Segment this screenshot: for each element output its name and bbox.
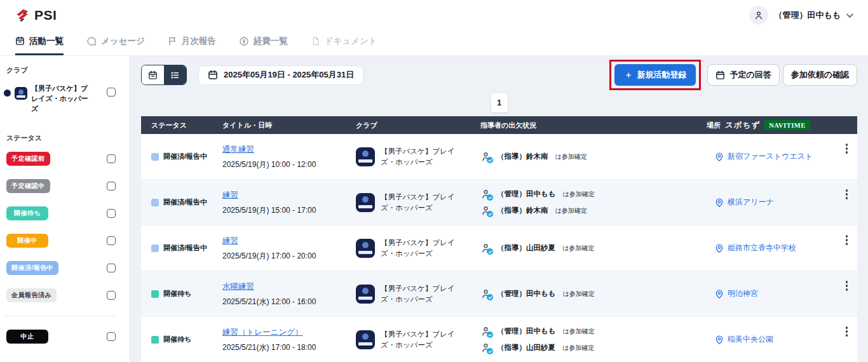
status-checkbox[interactable]	[107, 236, 116, 245]
psi-logo-icon	[15, 8, 29, 22]
activity-title-link[interactable]: 水曜練習	[222, 281, 254, 292]
status-section-title: ステータス	[6, 133, 116, 143]
activity-datetime: 2025/5/19(月) 15:00 - 17:00	[222, 205, 356, 216]
main-nav: 活動一覧 メッセージ 月次報告 経費一覧 ドキュメント	[0, 30, 868, 55]
person-check-icon	[480, 342, 491, 353]
club-logo	[356, 147, 375, 166]
filter-sidebar: クラブ 【男子バスケ】ブレイズ・ホッパーズ ステータス 予定確認前 予定確認中 …	[0, 56, 130, 362]
status-checkbox[interactable]	[107, 332, 116, 341]
status-checkbox[interactable]	[107, 291, 116, 300]
location-link[interactable]: 横浜アリーナ	[728, 197, 774, 208]
tab-monthly-report[interactable]: 月次報告	[168, 30, 216, 55]
location-pin-icon	[714, 198, 724, 208]
activity-row: 開催待ち 水曜練習 2025/5/21(水) 12:00 - 16:00 【男子…	[141, 271, 857, 317]
status-badge: 予定確認中	[6, 179, 50, 193]
tab-expense-list[interactable]: 経費一覧	[239, 30, 288, 55]
schedule-reply-button[interactable]: 予定の回答	[707, 64, 779, 86]
plus-icon: ＋	[624, 69, 632, 81]
list-icon	[170, 70, 180, 80]
activity-title-link[interactable]: 練習	[222, 236, 238, 246]
tab-activity-list[interactable]: 活動一覧	[15, 30, 64, 55]
row-club-cell: 【男子バスケ】ブレイズ・ホッパーズ	[356, 329, 480, 350]
activity-title-link[interactable]: 練習（トレーニング）	[222, 327, 302, 338]
club-name: 【男子バスケ】ブレイズ・ホッパーズ	[31, 84, 93, 114]
status-filter-item[interactable]: 開催中	[6, 234, 116, 248]
instructor-row: （管理）田中もも は参加確定	[480, 189, 666, 199]
row-instructors-cell: （指導）山田紗夏 は参加確定	[480, 243, 666, 253]
location-link[interactable]: 明治神宮	[728, 288, 758, 299]
status-checkbox[interactable]	[107, 209, 116, 218]
status-color-square	[151, 245, 159, 252]
row-menu-button[interactable]	[844, 187, 850, 201]
location-link[interactable]: 稲美中央公園	[728, 334, 773, 345]
app-logo: PSI	[15, 8, 57, 23]
top-header: PSI （管理）田中もも 活動一覧 メッセージ	[0, 0, 868, 56]
club-name: 【男子バスケ】ブレイズ・ホッパーズ	[381, 283, 469, 304]
status-checkbox[interactable]	[107, 154, 116, 163]
row-menu-button[interactable]	[844, 325, 850, 339]
activity-row: 開催済/報告中 練習 2025/5/19(月) 15:00 - 17:00 【男…	[141, 180, 857, 225]
activity-row: 開催済/報告中 練習 2025/5/19(月) 17:00 - 20:00 【男…	[141, 225, 857, 271]
status-filter-item[interactable]: 中止	[6, 330, 116, 344]
tab-messages[interactable]: メッセージ	[86, 30, 145, 55]
club-color-dot	[4, 90, 11, 97]
club-filter-item[interactable]: 【男子バスケ】ブレイズ・ホッパーズ	[6, 84, 116, 114]
status-checkbox[interactable]	[107, 182, 116, 191]
instructor-status: は参加確定	[555, 152, 587, 161]
check-icon	[487, 332, 493, 338]
instructor-status: は参加確定	[563, 290, 595, 298]
status-badge: 開催待ち	[6, 206, 48, 220]
club-name: 【男子バスケ】ブレイズ・ホッパーズ	[381, 329, 469, 350]
club-name: 【男子バスケ】ブレイズ・ホッパーズ	[381, 238, 469, 258]
instructor-status: は参加確定	[563, 190, 595, 199]
check-icon	[487, 294, 493, 300]
row-club-cell: 【男子バスケ】ブレイズ・ホッパーズ	[356, 192, 480, 213]
status-checkbox[interactable]	[107, 264, 116, 272]
date-range-value: 2025年05月19日 - 2025年05月31日	[224, 69, 354, 81]
flag-icon	[168, 36, 177, 46]
activity-title-link[interactable]: 通常練習	[222, 144, 254, 155]
tab-label: 月次報告	[182, 36, 216, 47]
instructor-row: （管理）田中もも は参加確定	[480, 288, 666, 299]
pagination-page-1[interactable]: 1	[491, 93, 508, 112]
status-badge: 中止	[6, 330, 48, 344]
club-name: 【男子バスケ】ブレイズ・ホッパーズ	[381, 192, 469, 213]
user-menu[interactable]: （管理）田中もも	[749, 6, 851, 25]
list-view-button[interactable]	[164, 65, 186, 84]
status-color-square	[151, 336, 159, 344]
app-title: PSI	[34, 8, 57, 23]
instructor-row: （指導）鈴木南 は参加確定	[480, 205, 666, 216]
check-icon	[487, 157, 493, 163]
instructor-row: （指導）山田紗夏 は参加確定	[480, 243, 666, 253]
calendar-view-button[interactable]	[142, 65, 164, 84]
status-filter-item[interactable]: 開催待ち	[6, 206, 116, 220]
date-range-picker[interactable]: 2025年05月19日 - 2025年05月31日	[198, 65, 363, 85]
club-checkbox[interactable]	[107, 88, 116, 97]
row-menu-button[interactable]	[844, 142, 850, 156]
view-toggle	[141, 65, 187, 85]
row-menu-button[interactable]	[844, 233, 850, 247]
club-logo	[356, 330, 375, 349]
location-link[interactable]: 姫路市立香寺中学校	[728, 243, 796, 253]
status-filter-item[interactable]: 予定確認前	[6, 152, 116, 166]
new-activity-button[interactable]: ＋ 新規活動登録	[614, 64, 696, 86]
status-filter-item[interactable]: 全員報告済み	[6, 288, 116, 302]
red-highlight-annotation: ＋ 新規活動登録	[609, 60, 701, 90]
instructor-name: （管理）田中もも	[497, 289, 556, 298]
row-menu-button[interactable]	[844, 279, 850, 293]
status-label: 開催済/報告中	[163, 243, 207, 253]
row-status: 開催待ち	[151, 335, 222, 344]
status-badge: 全員報告済み	[6, 288, 57, 302]
row-status: 開催済/報告中	[151, 198, 222, 207]
col-header-status: ステータス	[151, 121, 222, 130]
status-filter-item[interactable]: 開催済/報告中	[6, 261, 116, 275]
user-name: （管理）田中もも	[774, 10, 841, 21]
club-logo	[356, 193, 375, 212]
status-divider	[5, 316, 116, 316]
activity-title-link[interactable]: 練習	[222, 190, 238, 201]
row-instructors-cell: （管理）田中もも は参加確定 （指導）山田紗夏 は参加確定	[480, 326, 666, 353]
col-header-title: タイトル・日時	[222, 121, 356, 130]
location-link[interactable]: 新宿ファーストウエスト	[728, 151, 813, 162]
status-filter-item[interactable]: 予定確認中	[6, 179, 116, 193]
participation-check-button[interactable]: 参加依頼の確認	[783, 64, 857, 86]
